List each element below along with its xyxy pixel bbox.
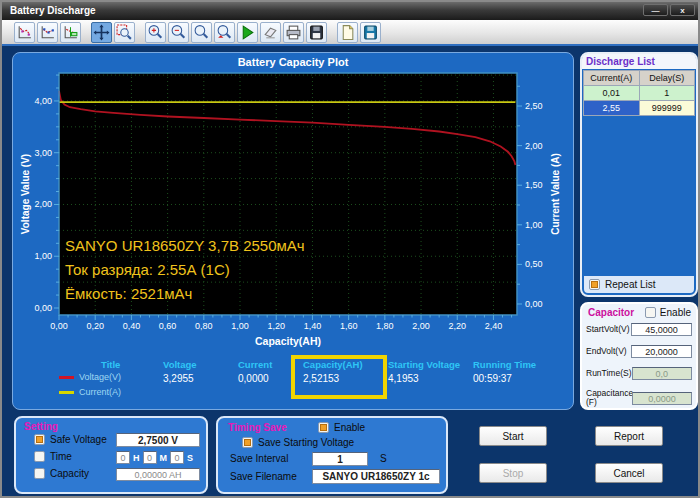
- time-seconds-unit: S: [187, 453, 193, 463]
- minimize-button[interactable]: —: [643, 4, 668, 16]
- capacity-input[interactable]: 0,00000 AH: [116, 468, 200, 481]
- timing-save-panel: Timing Save Enable Save Starting Voltage…: [216, 416, 448, 494]
- toolbar: [2, 20, 698, 46]
- plot-area[interactable]: [59, 73, 517, 315]
- plot-trace-tool-button[interactable]: [14, 22, 35, 43]
- zoom-select-tool-icon: [116, 24, 133, 41]
- discharge-list-cell[interactable]: 999999: [639, 101, 694, 116]
- save-interval-input[interactable]: 1: [312, 452, 368, 466]
- minimize-icon: —: [652, 6, 660, 15]
- capacitor-enable-checkbox[interactable]: [645, 307, 656, 318]
- x-tick-label: 0,60: [159, 321, 177, 331]
- discharge-list-row[interactable]: 0,011: [584, 86, 695, 101]
- capacitor-field-row: Capacitance (F)0,0000: [586, 389, 692, 408]
- zoom-undo-tool-icon: [216, 24, 233, 41]
- discharge-list-column-header[interactable]: Delay(S): [639, 71, 694, 86]
- pan-tool-button[interactable]: [91, 22, 112, 43]
- timing-save-title: Timing Save: [228, 422, 287, 433]
- y-right-tick-label: 0,00: [525, 299, 543, 309]
- erase-icon: [262, 24, 279, 41]
- discharge-list-title: Discharge List: [582, 54, 696, 69]
- y-left-tick-label: 4,00: [34, 96, 52, 106]
- capacitor-enable[interactable]: Enable: [645, 307, 691, 318]
- toolbar-group: [145, 22, 327, 43]
- close-button[interactable]: x: [670, 4, 695, 16]
- capacitor-panel: Capacitor Enable StartVolt(V)45,0000EndV…: [580, 302, 698, 410]
- capacitor-field-input[interactable]: 20,0000: [631, 345, 692, 358]
- zoom-undo-tool-button[interactable]: [214, 22, 235, 43]
- toolbar-group: [337, 22, 381, 43]
- capacitor-field-row: StartVolt(V)45,0000: [586, 323, 692, 336]
- plot-title: Battery Capacity Plot: [13, 56, 573, 68]
- cancel-button[interactable]: Cancel: [595, 463, 663, 483]
- y-right-axis-title: Current Value (A): [550, 153, 561, 235]
- time-minutes-unit: M: [160, 453, 168, 463]
- time-seconds-input[interactable]: 0: [170, 451, 184, 464]
- plot-cursor-tool-button[interactable]: [60, 22, 81, 43]
- safe-voltage-input[interactable]: 2,7500 V: [116, 433, 200, 447]
- battery-capacity-chart[interactable]: 0,000,200,400,600,801,001,201,401,601,80…: [13, 53, 575, 353]
- stop-button[interactable]: Stop: [479, 463, 547, 483]
- time-checkbox[interactable]: [34, 451, 45, 462]
- discharge-list-cell[interactable]: 2,55: [584, 101, 640, 116]
- stat-header-title: Title: [101, 359, 120, 370]
- save-button[interactable]: [306, 22, 327, 43]
- save-starting-voltage-checkbox[interactable]: [242, 437, 253, 448]
- erase-button[interactable]: [260, 22, 281, 43]
- report-button[interactable]: Report: [595, 426, 663, 446]
- discharge-list-panel: Discharge List Current(A)Delay(S)0,0112,…: [580, 52, 698, 297]
- y-left-axis-title: Voltage Value (V): [20, 154, 31, 234]
- zoom-in-tool-button[interactable]: [145, 22, 166, 43]
- save-as-button[interactable]: [360, 22, 381, 43]
- discharge-list-column-header[interactable]: Current(A): [584, 71, 640, 86]
- stat-header-voltage: Voltage: [163, 359, 197, 370]
- capacitor-field-label: EndVolt(V): [586, 347, 631, 356]
- time-minutes-input[interactable]: 0: [143, 451, 157, 464]
- x-tick-label: 1,00: [231, 321, 249, 331]
- zoom-out-tool-button[interactable]: [168, 22, 189, 43]
- window-title: Battery Discharge: [10, 5, 96, 16]
- stats-row: TitleVoltageCurrentCapacity(AH)Starting …: [13, 353, 575, 409]
- save-icon: [308, 24, 325, 41]
- repeat-list-checkbox[interactable]: [589, 279, 600, 290]
- discharge-list-cell[interactable]: 0,01: [584, 86, 640, 101]
- timing-save-enable-checkbox[interactable]: [318, 422, 329, 433]
- legend-label: Voltage(V): [79, 372, 121, 382]
- new-file-button[interactable]: [337, 22, 358, 43]
- save-filename-label: Save Filename: [230, 471, 297, 482]
- zoom-select-tool-button[interactable]: [114, 22, 135, 43]
- capacitor-field-input[interactable]: 0,0000: [632, 392, 692, 405]
- capacitor-field-label: StartVolt(V): [586, 325, 631, 334]
- capacitor-field-input[interactable]: 45,0000: [631, 323, 692, 336]
- zoom-window-tool-icon: [193, 24, 210, 41]
- discharge-list-table[interactable]: Current(A)Delay(S)0,0112,55999999: [583, 70, 695, 116]
- capacitor-field-input[interactable]: 0,0: [632, 367, 693, 380]
- discharge-list-row[interactable]: 2,55999999: [584, 101, 695, 116]
- run-icon: [239, 24, 256, 41]
- print-icon: [285, 24, 302, 41]
- title-bar[interactable]: Battery Discharge — x: [2, 2, 698, 20]
- y-right-tick-label: 1,50: [525, 180, 543, 190]
- start-button[interactable]: Start: [479, 426, 547, 446]
- run-button[interactable]: [237, 22, 258, 43]
- legend-swatch: [59, 391, 74, 394]
- plot-points-tool-button[interactable]: [37, 22, 58, 43]
- discharge-list-cell[interactable]: 1: [639, 86, 694, 101]
- legend-swatch: [59, 376, 74, 379]
- capacity-label: Capacity: [50, 468, 89, 479]
- plot-points-tool-icon: [39, 24, 56, 41]
- y-right-tick-label: 2,00: [525, 141, 543, 151]
- zoom-window-tool-button[interactable]: [191, 22, 212, 43]
- capacitor-field-label: RunTime(S): [586, 369, 632, 378]
- time-hours-input[interactable]: 0: [116, 451, 130, 464]
- safe-voltage-checkbox[interactable]: [34, 434, 45, 445]
- stat-header-running-time: Running Time: [473, 359, 536, 370]
- zoom-out-tool-icon: [170, 24, 187, 41]
- y-left-tick-label: 1,00: [34, 251, 52, 261]
- plot-annotation-line: Ток разряда: 2.55А (1С): [65, 261, 230, 278]
- capacity-checkbox[interactable]: [34, 468, 45, 479]
- print-button[interactable]: [283, 22, 304, 43]
- stat-value: 00:59:37: [473, 373, 512, 384]
- save-filename-input[interactable]: SANYO UR18650ZY 1c: [312, 469, 440, 484]
- repeat-list-row[interactable]: Repeat List: [584, 276, 694, 293]
